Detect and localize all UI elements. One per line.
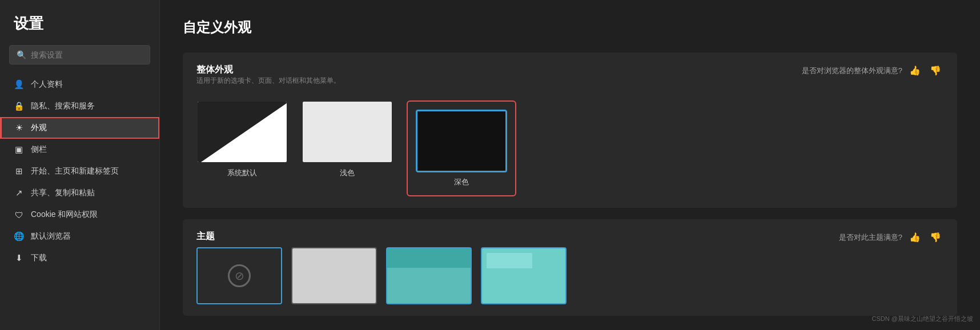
- cookie-icon: 🛡: [14, 210, 24, 220]
- sidebar-item-label: 隐私、搜索和服务: [31, 101, 95, 111]
- sidebar-item-label: 下载: [31, 253, 47, 263]
- share-icon: ↗: [14, 188, 24, 198]
- sidebar-item-newtab[interactable]: ⊞ 开始、主页和新建标签页: [0, 160, 159, 182]
- sidebar-item-label: 个人资料: [31, 79, 63, 90]
- sidebar-item-label: 侧栏: [31, 144, 47, 155]
- subject-card-2[interactable]: [291, 247, 377, 304]
- theme-thumbs-up-button[interactable]: 👍: [907, 231, 923, 244]
- subject-card-2-image: [291, 247, 377, 304]
- sidebar-item-browser[interactable]: 🌐 默认浏览器: [0, 226, 159, 247]
- overall-appearance-section: 整体外观 适用于新的选项卡、页面、对话框和其他菜单。 是否对浏览器的整体外观满意…: [183, 53, 957, 208]
- sidebar-item-label: 开始、主页和新建标签页: [31, 166, 119, 176]
- subject-cards-row: ⊘: [196, 247, 943, 304]
- overall-section-title: 整体外观: [196, 64, 340, 76]
- sidebar-item-privacy[interactable]: 🔒 隐私、搜索和服务: [0, 95, 159, 117]
- theme-section-title: 主题: [196, 231, 215, 243]
- home-icon: ⊞: [14, 166, 24, 176]
- theme-feedback-label: 是否对此主题满意?: [839, 232, 902, 243]
- subject-card-3-image: [386, 247, 472, 304]
- download-icon: ⬇: [14, 253, 24, 263]
- sidebar-item-label: 默认浏览器: [31, 231, 71, 242]
- search-icon: 🔍: [17, 50, 26, 59]
- watermark: CSDN @晨味之山绝望之谷开悟之坡: [872, 315, 973, 323]
- section-header: 整体外观 适用于新的选项卡、页面、对话框和其他菜单。 是否对浏览器的整体外观满意…: [196, 64, 943, 97]
- theme-card-light[interactable]: 浅色: [302, 100, 393, 178]
- sidebar-icon: ▣: [14, 144, 24, 155]
- theme-card-system-label: 系统默认: [227, 168, 257, 178]
- sidebar: 设置 🔍 👤 个人资料 🔒 隐私、搜索和服务 ☀ 外观 ▣ 侧栏 ⊞ 开始、主页…: [0, 0, 160, 330]
- sidebar-item-download[interactable]: ⬇ 下载: [0, 247, 159, 269]
- overall-section-desc: 适用于新的选项卡、页面、对话框和其他菜单。: [196, 76, 340, 86]
- profile-icon: 👤: [14, 79, 24, 90]
- browser-icon: 🌐: [14, 231, 24, 242]
- appearance-icon: ☀: [14, 123, 24, 133]
- subject-card-1-image: ⊘: [196, 247, 282, 304]
- feedback-controls: 是否对浏览器的整体外观满意? 👍 👎: [802, 64, 943, 77]
- sidebar-item-appearance[interactable]: ☀ 外观: [0, 117, 159, 139]
- lock-icon: 🔒: [14, 101, 24, 111]
- sidebar-item-cookie[interactable]: 🛡 Cookie 和网站权限: [0, 204, 159, 226]
- dark-theme-highlight-box: 深色: [407, 100, 516, 196]
- main-content: 自定义外观 整体外观 适用于新的选项卡、页面、对话框和其他菜单。 是否对浏览器的…: [160, 0, 980, 330]
- thumbs-up-button[interactable]: 👍: [907, 64, 923, 77]
- search-box[interactable]: 🔍: [9, 45, 150, 65]
- theme-card-dark-image: [416, 110, 507, 172]
- theme-feedback-controls: 是否对此主题满意? 👍 👎: [839, 231, 943, 244]
- subject-card-3[interactable]: [386, 247, 472, 304]
- theme-section-header: 主题 是否对此主题满意? 👍 👎: [196, 231, 943, 244]
- sidebar-item-label: 共享、复制和粘贴: [31, 188, 95, 198]
- sidebar-title: 设置: [0, 14, 159, 45]
- page-title: 自定义外观: [183, 18, 957, 37]
- sidebar-item-share[interactable]: ↗ 共享、复制和粘贴: [0, 182, 159, 204]
- feedback-label: 是否对浏览器的整体外观满意?: [802, 66, 902, 76]
- theme-card-dark[interactable]: 深色: [416, 110, 507, 187]
- theme-card-light-image: [302, 100, 393, 163]
- search-input[interactable]: [31, 50, 143, 59]
- subject-card-4[interactable]: [481, 247, 567, 304]
- sidebar-item-label: 外观: [31, 123, 47, 133]
- theme-card-system[interactable]: 系统默认: [196, 100, 288, 178]
- sidebar-item-label: Cookie 和网站权限: [31, 210, 98, 220]
- thumbs-down-button[interactable]: 👎: [927, 64, 943, 77]
- theme-card-light-label: 浅色: [340, 168, 355, 178]
- theme-section: 主题 是否对此主题满意? 👍 👎 ⊘: [183, 219, 957, 316]
- sidebar-item-profile[interactable]: 👤 个人资料: [0, 74, 159, 95]
- subject-card-4-image: [481, 247, 567, 304]
- theme-card-system-image: [196, 100, 288, 163]
- blocked-icon: ⊘: [228, 264, 251, 287]
- theme-card-dark-label: 深色: [454, 177, 469, 187]
- sidebar-item-sidebar[interactable]: ▣ 侧栏: [0, 139, 159, 160]
- theme-thumbs-down-button[interactable]: 👎: [927, 231, 943, 244]
- subject-card-1[interactable]: ⊘: [196, 247, 282, 304]
